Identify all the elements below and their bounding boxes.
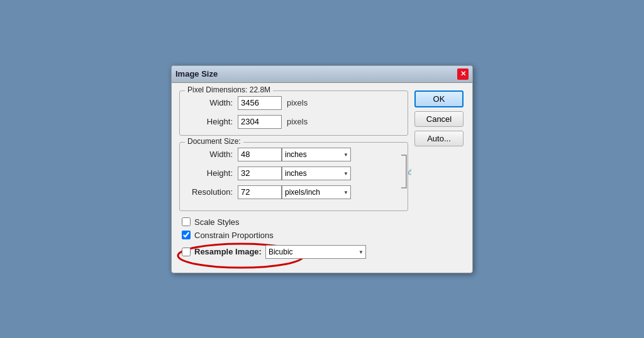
checkboxes-area: Scale Styles Constrain Proportions — [179, 217, 408, 240]
resample-select[interactable]: Bicubic Nearest Neighbor Bilinear Bicubi… — [265, 245, 366, 259]
doc-width-input[interactable] — [238, 148, 282, 161]
constrain-proportions-checkbox[interactable] — [182, 231, 191, 239]
document-size-label: Document Size: — [185, 137, 243, 146]
resample-select-wrapper[interactable]: Bicubic Nearest Neighbor Bilinear Bicubi… — [265, 245, 366, 259]
scale-styles-row: Scale Styles — [182, 217, 406, 227]
height-unit: pixels — [287, 117, 321, 126]
resample-image-row: Resample Image: Bicubic Nearest Neighbor… — [182, 245, 408, 259]
doc-size-fields: Width: inches pixels cm mm points picas … — [187, 148, 400, 199]
width-row: Width: pixels — [187, 96, 400, 110]
resample-image-label: Resample Image: — [194, 247, 262, 256]
ok-button[interactable]: OK — [414, 90, 464, 107]
document-size-group: Document Size: Width: inches pixels cm m… — [179, 142, 408, 211]
pixel-dimensions-group: Pixel Dimensions: 22.8M Width: pixels He… — [179, 90, 408, 136]
scale-styles-label: Scale Styles — [194, 217, 240, 227]
doc-width-unit-select[interactable]: inches pixels cm mm points picas percent — [282, 148, 351, 161]
doc-resolution-input[interactable] — [238, 185, 282, 199]
doc-height-label: Height: — [187, 168, 238, 178]
height-row: Height: pixels — [187, 115, 400, 129]
doc-width-row: Width: inches pixels cm mm points picas … — [187, 148, 400, 161]
right-panel: OK Cancel Auto... — [414, 90, 465, 265]
auto-button[interactable]: Auto... — [414, 131, 464, 146]
doc-height-unit-select[interactable]: inches pixels cm mm points picas percent — [282, 166, 351, 180]
height-label: Height: — [187, 117, 238, 126]
resample-image-checkbox[interactable] — [182, 248, 191, 256]
constrain-proportions-label: Constrain Proportions — [194, 231, 274, 240]
cancel-button[interactable]: Cancel — [414, 111, 464, 127]
doc-height-row: Height: inches pixels cm mm points picas… — [187, 166, 400, 180]
height-input[interactable] — [238, 115, 282, 129]
image-size-dialog: Image Size ✕ Pixel Dimensions: 22.8M Wid… — [171, 65, 473, 273]
doc-height-input[interactable] — [238, 166, 282, 180]
width-input[interactable] — [238, 96, 282, 110]
width-unit: pixels — [287, 98, 321, 107]
doc-width-label: Width: — [187, 150, 238, 159]
close-button[interactable]: ✕ — [457, 68, 469, 80]
svg-text:🔗: 🔗 — [408, 166, 411, 175]
resample-image-container: Resample Image: Bicubic Nearest Neighbor… — [179, 244, 408, 265]
dialog-title: Image Size — [175, 69, 218, 79]
doc-height-unit-wrapper[interactable]: inches pixels cm mm points picas percent — [282, 166, 351, 180]
scale-styles-checkbox[interactable] — [182, 217, 191, 226]
doc-resolution-unit-select[interactable]: pixels/inch pixels/cm — [282, 185, 351, 199]
doc-resolution-unit-wrapper[interactable]: pixels/inch pixels/cm — [282, 185, 351, 199]
doc-resolution-row: Resolution: pixels/inch pixels/cm — [187, 185, 400, 199]
doc-width-unit-wrapper[interactable]: inches pixels cm mm points picas percent — [282, 148, 351, 161]
title-bar: Image Size ✕ — [172, 66, 472, 83]
constrain-proportions-row: Constrain Proportions — [182, 231, 406, 240]
doc-resolution-label: Resolution: — [187, 187, 238, 197]
pixel-dimensions-label: Pixel Dimensions: 22.8M — [185, 85, 273, 94]
dialog-body: Pixel Dimensions: 22.8M Width: pixels He… — [172, 83, 472, 273]
left-panel: Pixel Dimensions: 22.8M Width: pixels He… — [179, 90, 408, 265]
width-label: Width: — [187, 98, 238, 107]
link-bracket-icon: 🔗 — [400, 150, 411, 193]
